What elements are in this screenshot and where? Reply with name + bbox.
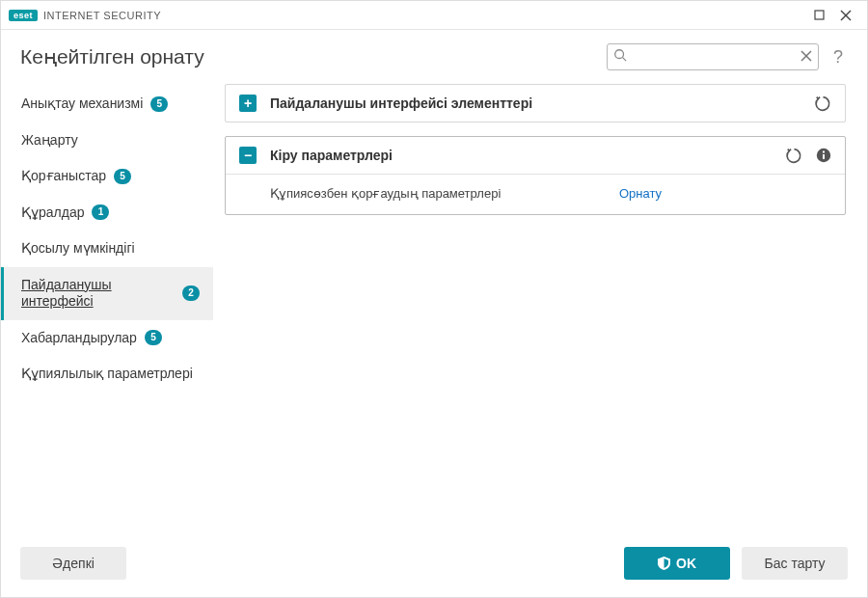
search-clear-icon[interactable] <box>800 48 812 66</box>
sidebar-item-label: Қосылу мүмкіндігі <box>21 240 135 258</box>
setting-action-link[interactable]: Орнату <box>619 186 831 201</box>
panel-header[interactable]: −Кіру параметрлері <box>226 137 845 174</box>
sidebar-item-2[interactable]: Қорғаныстар5 <box>1 158 213 195</box>
window-close-button[interactable] <box>832 2 859 29</box>
content-area: +Пайдаланушы интерфейсі элементтері−Кіру… <box>213 80 867 533</box>
sidebar-item-0[interactable]: Анықтау механизмі5 <box>1 86 213 122</box>
info-icon[interactable] <box>816 148 831 163</box>
ok-button-label: OK <box>676 556 696 571</box>
sidebar-item-7[interactable]: Құпиялылық параметрлері <box>1 356 213 393</box>
sidebar-item-label: Құпиялылық параметрлері <box>21 366 193 383</box>
brand-text: INTERNET SECURITY <box>43 10 161 21</box>
sidebar-item-3[interactable]: Құралдар1 <box>1 195 213 231</box>
sidebar-item-1[interactable]: Жаңарту <box>1 122 213 159</box>
sidebar-badge: 2 <box>182 285 200 301</box>
panel-title: Пайдаланушы интерфейсі элементтері <box>270 95 815 111</box>
title-bar: eset INTERNET SECURITY <box>1 1 867 30</box>
svg-rect-9 <box>823 151 825 153</box>
search-icon <box>613 48 627 66</box>
sidebar-item-4[interactable]: Қосылу мүмкіндігі <box>1 231 213 267</box>
page-title: Кеңейтілген орнату <box>20 45 607 68</box>
sidebar-badge: 1 <box>92 204 109 220</box>
sidebar-item-6[interactable]: Хабарландырулар5 <box>1 320 213 357</box>
setting-label: Құпиясөзбен қорғаудың параметрлері <box>270 186 619 201</box>
brand-logo: eset <box>9 10 38 21</box>
sidebar-badge: 5 <box>145 330 162 345</box>
sidebar-item-label: Пайдаланушы интерфейсі <box>21 277 175 311</box>
sidebar-badge: 5 <box>114 169 131 184</box>
sidebar-item-label: Құралдар <box>21 204 84 222</box>
expand-icon[interactable]: + <box>239 95 257 112</box>
cancel-button[interactable]: Бас тарту <box>742 547 848 580</box>
setting-row: Құпиясөзбен қорғаудың параметрлеріОрнату <box>226 174 845 214</box>
window-maximize-button[interactable] <box>805 2 832 29</box>
sidebar-item-label: Жаңарту <box>21 132 78 150</box>
sidebar-badge: 5 <box>150 96 168 112</box>
svg-point-3 <box>615 50 624 59</box>
sidebar-item-label: Қорғаныстар <box>21 168 106 185</box>
sidebar-item-5[interactable]: Пайдаланушы интерфейсі2 <box>1 267 213 320</box>
panel-header[interactable]: +Пайдаланушы интерфейсі элементтері <box>226 85 845 122</box>
default-button[interactable]: Әдепкі <box>20 547 126 580</box>
svg-line-4 <box>623 58 627 62</box>
help-icon[interactable]: ? <box>828 47 848 68</box>
ok-button[interactable]: OK <box>624 547 730 580</box>
collapse-icon[interactable]: − <box>239 147 257 164</box>
panel-ui-elements: +Пайдаланушы интерфейсі элементтері <box>225 84 846 122</box>
reset-icon[interactable] <box>786 148 802 164</box>
sidebar-item-label: Хабарландырулар <box>21 330 137 347</box>
sidebar-item-label: Анықтау механизмі <box>21 95 143 113</box>
panel-title: Кіру параметрлері <box>270 148 786 163</box>
sidebar: Анықтау механизмі5ЖаңартуҚорғаныстар5Құр… <box>1 80 213 533</box>
reset-icon[interactable] <box>815 95 831 112</box>
svg-rect-8 <box>823 154 825 159</box>
svg-rect-0 <box>815 11 824 19</box>
shield-icon <box>658 557 670 570</box>
search-input[interactable] <box>607 43 819 70</box>
panel-access-params: −Кіру параметрлеріҚұпиясөзбен қорғаудың … <box>225 136 846 215</box>
